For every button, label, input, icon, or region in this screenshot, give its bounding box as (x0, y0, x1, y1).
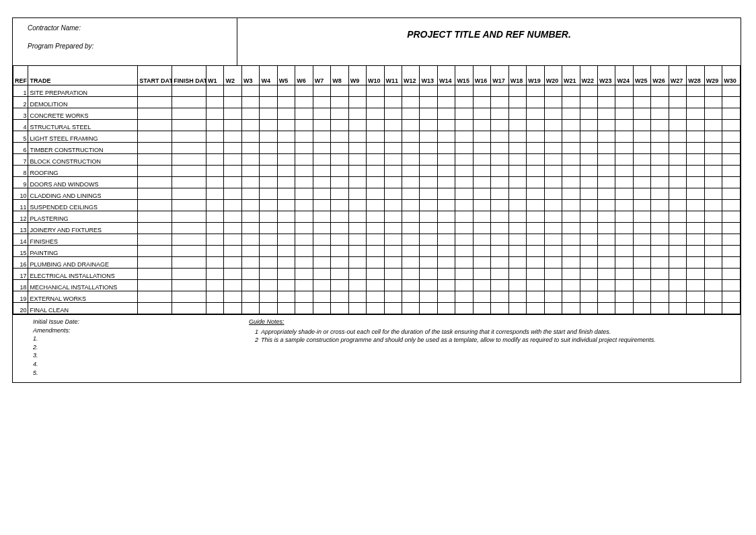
week-cell[interactable] (437, 177, 455, 188)
week-cell[interactable] (331, 303, 348, 314)
week-cell[interactable] (331, 234, 348, 246)
week-cell[interactable] (313, 131, 330, 143)
week-cell[interactable] (241, 280, 259, 291)
week-cell[interactable] (241, 166, 259, 177)
week-cell[interactable] (367, 223, 384, 234)
finish-date-cell[interactable] (172, 200, 206, 211)
week-cell[interactable] (206, 223, 224, 234)
week-cell[interactable] (420, 211, 437, 223)
week-cell[interactable] (384, 200, 402, 211)
start-date-cell[interactable] (138, 269, 172, 280)
week-cell[interactable] (562, 166, 580, 177)
week-cell[interactable] (420, 166, 437, 177)
week-cell[interactable] (367, 188, 384, 200)
week-cell[interactable] (527, 120, 544, 131)
week-cell[interactable] (722, 154, 741, 166)
finish-date-cell[interactable] (172, 97, 206, 108)
week-cell[interactable] (384, 108, 402, 120)
week-cell[interactable] (295, 131, 313, 143)
week-cell[interactable] (313, 188, 330, 200)
week-cell[interactable] (527, 154, 544, 166)
week-cell[interactable] (491, 154, 508, 166)
week-cell[interactable] (260, 143, 277, 154)
week-cell[interactable] (527, 211, 544, 223)
week-cell[interactable] (277, 120, 295, 131)
week-cell[interactable] (580, 280, 597, 291)
week-cell[interactable] (241, 154, 259, 166)
week-cell[interactable] (206, 234, 224, 246)
week-cell[interactable] (633, 188, 650, 200)
week-cell[interactable] (420, 234, 437, 246)
week-cell[interactable] (367, 246, 384, 257)
week-cell[interactable] (437, 131, 455, 143)
week-cell[interactable] (277, 223, 295, 234)
week-cell[interactable] (633, 257, 650, 269)
week-cell[interactable] (527, 97, 544, 108)
week-cell[interactable] (348, 131, 366, 143)
week-cell[interactable] (384, 303, 402, 314)
finish-date-cell[interactable] (172, 143, 206, 154)
week-cell[interactable] (722, 234, 741, 246)
week-cell[interactable] (544, 280, 562, 291)
finish-date-cell[interactable] (172, 291, 206, 303)
week-cell[interactable] (598, 143, 615, 154)
week-cell[interactable] (562, 269, 580, 280)
week-cell[interactable] (544, 154, 562, 166)
week-cell[interactable] (544, 246, 562, 257)
week-cell[interactable] (580, 108, 597, 120)
week-cell[interactable] (669, 269, 686, 280)
week-cell[interactable] (704, 177, 722, 188)
week-cell[interactable] (473, 257, 490, 269)
week-cell[interactable] (562, 200, 580, 211)
week-cell[interactable] (402, 280, 420, 291)
week-cell[interactable] (313, 97, 330, 108)
week-cell[interactable] (722, 223, 741, 234)
week-cell[interactable] (527, 177, 544, 188)
week-cell[interactable] (367, 211, 384, 223)
week-cell[interactable] (367, 200, 384, 211)
week-cell[interactable] (437, 223, 455, 234)
week-cell[interactable] (651, 154, 669, 166)
week-cell[interactable] (491, 234, 508, 246)
start-date-cell[interactable] (138, 200, 172, 211)
week-cell[interactable] (455, 177, 473, 188)
finish-date-cell[interactable] (172, 257, 206, 269)
week-cell[interactable] (224, 177, 241, 188)
week-cell[interactable] (473, 108, 490, 120)
week-cell[interactable] (241, 211, 259, 223)
week-cell[interactable] (651, 200, 669, 211)
week-cell[interactable] (455, 166, 473, 177)
week-cell[interactable] (598, 85, 615, 97)
week-cell[interactable] (491, 188, 508, 200)
week-cell[interactable] (651, 131, 669, 143)
week-cell[interactable] (277, 154, 295, 166)
week-cell[interactable] (384, 177, 402, 188)
week-cell[interactable] (615, 177, 633, 188)
week-cell[interactable] (633, 166, 650, 177)
week-cell[interactable] (527, 257, 544, 269)
week-cell[interactable] (295, 303, 313, 314)
start-date-cell[interactable] (138, 143, 172, 154)
week-cell[interactable] (241, 223, 259, 234)
week-cell[interactable] (455, 234, 473, 246)
week-cell[interactable] (633, 131, 650, 143)
week-cell[interactable] (651, 246, 669, 257)
week-cell[interactable] (367, 143, 384, 154)
week-cell[interactable] (598, 291, 615, 303)
week-cell[interactable] (651, 85, 669, 97)
week-cell[interactable] (367, 177, 384, 188)
week-cell[interactable] (277, 85, 295, 97)
week-cell[interactable] (544, 188, 562, 200)
week-cell[interactable] (260, 188, 277, 200)
week-cell[interactable] (241, 108, 259, 120)
week-cell[interactable] (260, 177, 277, 188)
week-cell[interactable] (544, 223, 562, 234)
week-cell[interactable] (704, 154, 722, 166)
week-cell[interactable] (277, 166, 295, 177)
week-cell[interactable] (722, 246, 741, 257)
week-cell[interactable] (491, 280, 508, 291)
week-cell[interactable] (722, 131, 741, 143)
week-cell[interactable] (313, 85, 330, 97)
week-cell[interactable] (331, 108, 348, 120)
week-cell[interactable] (260, 269, 277, 280)
